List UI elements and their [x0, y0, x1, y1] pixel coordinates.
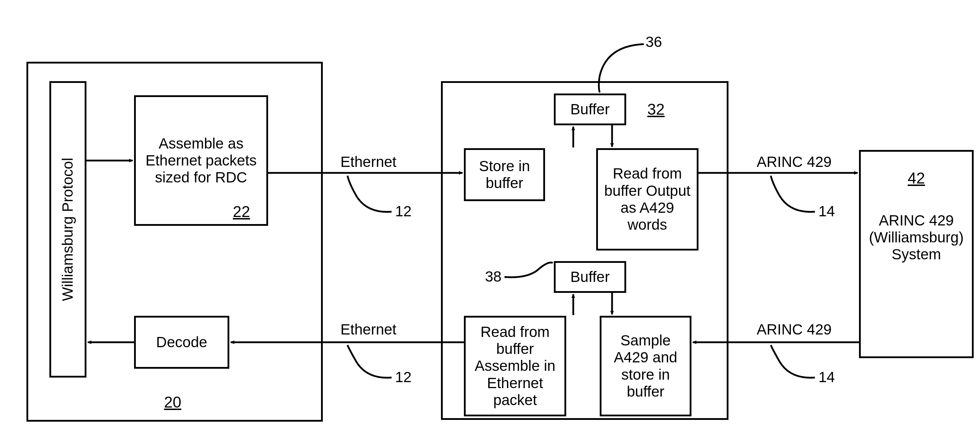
ref-20: 20: [164, 393, 181, 411]
buffer-bottom-text: Buffer: [570, 269, 609, 285]
sample-text: Sample A429 and store in buffer: [605, 332, 686, 400]
arinc-top-label: ARINC 429: [757, 153, 832, 170]
decode-box: Decode: [134, 316, 229, 369]
ref-22: 22: [233, 203, 250, 221]
buffer-top-text: Buffer: [570, 101, 609, 118]
read-assemble-text: Read from buffer Assemble in Ethernet pa…: [469, 323, 561, 409]
block-42: 42 ARINC 429 (Williamsburg) System: [859, 150, 974, 358]
sample-box: Sample A429 and store in buffer: [600, 316, 691, 416]
arinc-top-ref: 14: [818, 203, 835, 220]
read-output-text: Read from buffer Output as A429 words: [601, 165, 693, 233]
ref-36: 36: [646, 33, 662, 51]
ethernet-top-label: Ethernet: [340, 153, 396, 170]
ethernet-bottom-label: Ethernet: [340, 321, 396, 338]
ethernet-bottom-ref: 12: [395, 369, 412, 385]
williamsburg-protocol-box: Williamsburg Protocol: [49, 81, 86, 378]
williamsburg-protocol-label: Williamsburg Protocol: [59, 158, 76, 301]
ref-32: 32: [648, 100, 665, 118]
arinc-bottom-ref: 14: [818, 369, 835, 385]
read-output-box: Read from buffer Output as A429 words: [596, 148, 698, 250]
read-assemble-box: Read from buffer Assemble in Ethernet pa…: [464, 316, 566, 416]
ethernet-top-ref: 12: [395, 203, 412, 220]
buffer-bottom-box: Buffer: [554, 261, 626, 293]
diagram-canvas: 20 Williamsburg Protocol Assemble as Eth…: [0, 0, 980, 446]
assemble-text: Assemble as Ethernet packets sized for R…: [139, 135, 263, 186]
store-in-buffer-text: Store in buffer: [469, 158, 540, 192]
block-42-title: ARINC 429 (Williamsburg) System: [864, 212, 968, 263]
arinc-bottom-label: ARINC 429: [757, 321, 832, 338]
buffer-top-box: Buffer: [554, 94, 626, 125]
store-in-buffer-box: Store in buffer: [464, 148, 545, 201]
ref-42: 42: [908, 169, 925, 187]
ref-38: 38: [485, 268, 502, 285]
decode-text: Decode: [156, 334, 207, 351]
